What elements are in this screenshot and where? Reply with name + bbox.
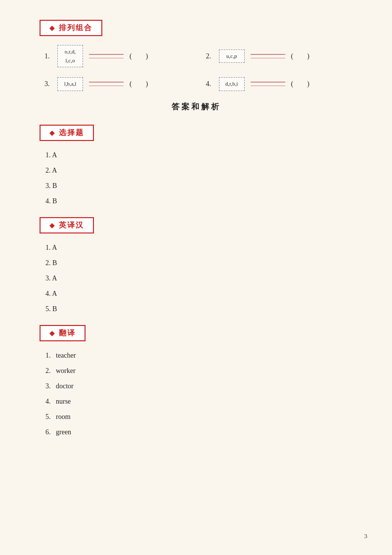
xuanze-section: ◆ 选择题 1. A 2. A 3. B 4. B bbox=[40, 125, 352, 206]
puzzle-item-3: 3. l,b,a,l ( ) bbox=[44, 77, 191, 91]
xuanze-item-4: 4. B bbox=[45, 196, 352, 206]
letter-box-1: o,r,d, l,c,o bbox=[57, 45, 83, 67]
xuanze-num-1: 1. bbox=[45, 151, 51, 159]
fanyi-item-2: 2. worker bbox=[45, 366, 352, 376]
answer-lines-2 bbox=[251, 54, 285, 58]
fanyi-item-3: 3. doctor bbox=[45, 381, 352, 391]
letter-box-3: l,b,a,l bbox=[57, 77, 83, 91]
puzzle-grid: 1. o,r,d, l,c,o ( ) 2. bbox=[44, 45, 352, 91]
xuanze-header: ◆ 选择题 bbox=[40, 125, 94, 141]
fanyi-num-4: 4. bbox=[45, 398, 51, 405]
fanyi-ans-2: worker bbox=[56, 367, 76, 374]
yingyi-header: ◆ 英译汉 bbox=[40, 217, 94, 233]
answer-line bbox=[251, 86, 285, 87]
yingyi-ans-4: A bbox=[52, 290, 57, 297]
yingyi-item-4: 4. A bbox=[45, 288, 352, 299]
puzzle-item-2: 2. u,c,p ( ) bbox=[206, 45, 353, 67]
pailie-header: ◆ 排列组合 bbox=[40, 20, 102, 36]
fanyi-title: 翻译 bbox=[59, 328, 76, 338]
diamond-icon-4: ◆ bbox=[49, 329, 55, 337]
fanyi-item-6: 6. green bbox=[45, 427, 352, 437]
yingyi-num-3: 3. bbox=[45, 275, 51, 282]
fanyi-item-5: 5. room bbox=[45, 412, 352, 422]
xuanze-num-2: 2. bbox=[45, 167, 51, 174]
yingyi-num-5: 5. bbox=[45, 305, 51, 313]
xuanze-title: 选择题 bbox=[59, 128, 84, 138]
fanyi-num-5: 5. bbox=[45, 413, 51, 420]
puzzle-number-4: 4. bbox=[206, 80, 215, 88]
xuanze-item-2: 2. A bbox=[45, 165, 352, 176]
xuanze-item-1: 1. A bbox=[45, 150, 352, 160]
fanyi-item-1: 1. teacher bbox=[45, 350, 352, 361]
yingyi-item-2: 2. B bbox=[45, 258, 352, 268]
fanyi-list: 1. teacher 2. worker 3. doctor 4. nurse bbox=[45, 350, 352, 437]
yingyi-ans-5: B bbox=[52, 305, 57, 313]
fanyi-ans-3: doctor bbox=[56, 382, 74, 390]
xuanze-ans-4: B bbox=[52, 197, 57, 205]
answer-lines-4 bbox=[251, 82, 285, 86]
xuanze-list: 1. A 2. A 3. B 4. B bbox=[45, 150, 352, 206]
fanyi-num-6: 6. bbox=[45, 428, 51, 436]
xuanze-item-3: 3. B bbox=[45, 181, 352, 191]
yingyi-num-4: 4. bbox=[45, 290, 51, 297]
fanyi-header: ◆ 翻译 bbox=[40, 325, 86, 341]
yingyi-item-5: 5. B bbox=[45, 304, 352, 314]
paren-4: ( ) bbox=[291, 80, 309, 88]
answer-line bbox=[89, 58, 124, 59]
answer-line bbox=[251, 54, 285, 55]
answer-line bbox=[251, 82, 285, 83]
paren-2: ( ) bbox=[291, 52, 309, 60]
fanyi-num-3: 3. bbox=[45, 382, 51, 390]
xuanze-num-4: 4. bbox=[45, 197, 51, 205]
diamond-icon-3: ◆ bbox=[49, 221, 55, 230]
page: ◆ 排列组合 1. o,r,d, l,c,o ( ) bbox=[0, 0, 392, 555]
fanyi-item-4: 4. nurse bbox=[45, 396, 352, 407]
fanyi-ans-4: nurse bbox=[56, 398, 71, 405]
fanyi-ans-6: green bbox=[56, 428, 71, 436]
letter-box-4: d,r,b,i bbox=[219, 77, 245, 91]
yingyi-item-3: 3. A bbox=[45, 273, 352, 283]
letter-box-2: u,c,p bbox=[219, 49, 245, 63]
fanyi-ans-1: teacher bbox=[56, 352, 76, 359]
answer-line bbox=[89, 54, 124, 55]
puzzle-number-3: 3. bbox=[44, 80, 53, 88]
answer-section-title: 答案和解析 bbox=[40, 102, 352, 112]
answer-lines-3 bbox=[89, 82, 124, 86]
answer-line bbox=[89, 86, 124, 87]
xuanze-ans-1: A bbox=[52, 151, 57, 159]
puzzle-item-4: 4. d,r,b,i ( ) bbox=[206, 77, 353, 91]
yingyi-ans-1: A bbox=[52, 244, 57, 251]
diamond-icon: ◆ bbox=[49, 24, 55, 32]
yingyi-ans-2: B bbox=[52, 259, 57, 267]
yingyi-title: 英译汉 bbox=[59, 221, 84, 230]
puzzle-number-2: 2. bbox=[206, 52, 215, 60]
answer-line bbox=[251, 58, 285, 59]
pailie-title: 排列组合 bbox=[59, 23, 92, 33]
fanyi-ans-5: room bbox=[56, 413, 71, 420]
paren-1: ( ) bbox=[130, 52, 148, 60]
pailie-section: ◆ 排列组合 1. o,r,d, l,c,o ( ) bbox=[40, 20, 352, 91]
yingyi-num-2: 2. bbox=[45, 259, 51, 267]
puzzle-number-1: 1. bbox=[44, 52, 53, 60]
page-number: 3 bbox=[364, 532, 368, 540]
yingyi-item-1: 1. A bbox=[45, 242, 352, 253]
answer-line bbox=[89, 82, 124, 83]
xuanze-ans-2: A bbox=[52, 167, 57, 174]
paren-3: ( ) bbox=[130, 80, 148, 88]
fanyi-num-1: 1. bbox=[45, 352, 51, 359]
puzzle-item-1: 1. o,r,d, l,c,o ( ) bbox=[44, 45, 191, 67]
diamond-icon-2: ◆ bbox=[49, 129, 55, 137]
yingyi-list: 1. A 2. B 3. A 4. A 5. B bbox=[45, 242, 352, 314]
xuanze-num-3: 3. bbox=[45, 182, 51, 189]
yingyi-ans-3: A bbox=[52, 275, 57, 282]
yingyi-num-1: 1. bbox=[45, 244, 51, 251]
fanyi-num-2: 2. bbox=[45, 367, 51, 374]
fanyi-section: ◆ 翻译 1. teacher 2. worker 3. doctor 4. bbox=[40, 325, 352, 437]
xuanze-ans-3: B bbox=[52, 182, 57, 189]
yingyi-section: ◆ 英译汉 1. A 2. B 3. A 4. A 5. B bbox=[40, 217, 352, 314]
answer-lines-1 bbox=[89, 54, 124, 58]
